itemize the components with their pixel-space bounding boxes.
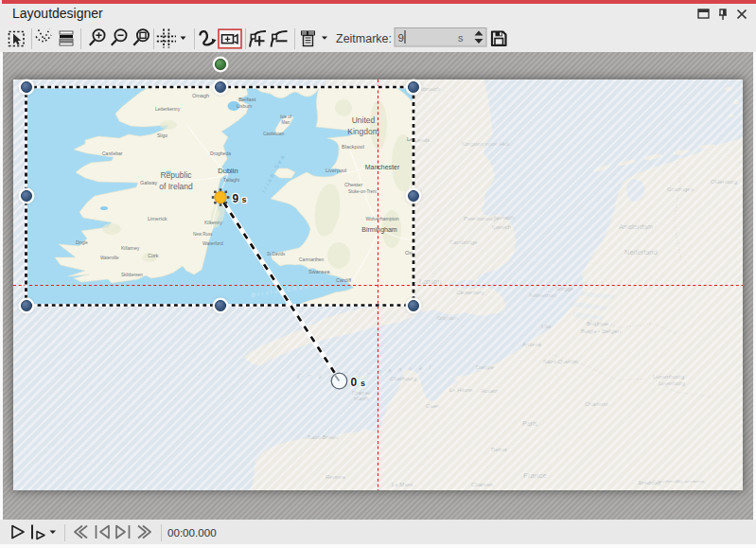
svg-text:s: s xyxy=(458,32,464,44)
svg-text:9: 9 xyxy=(398,32,404,44)
svg-text:0: 0 xyxy=(351,376,358,389)
svg-text:s: s xyxy=(360,379,365,388)
svg-text:9: 9 xyxy=(233,192,239,205)
svg-text:Zeitmarke:: Zeitmarke: xyxy=(336,32,392,45)
svg-text:s: s xyxy=(242,195,247,204)
